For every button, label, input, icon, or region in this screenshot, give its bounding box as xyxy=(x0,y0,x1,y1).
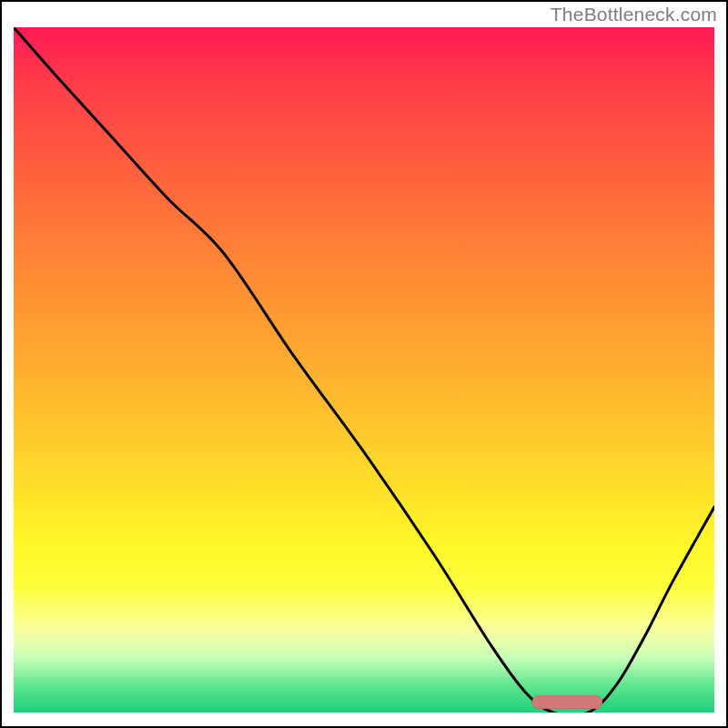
watermark-text: TheBottleneck.com xyxy=(551,4,717,25)
bottleneck-curve-path xyxy=(14,27,714,713)
curve-overlay xyxy=(14,27,714,713)
plot-area xyxy=(14,27,714,713)
optimum-range-marker xyxy=(532,696,602,709)
